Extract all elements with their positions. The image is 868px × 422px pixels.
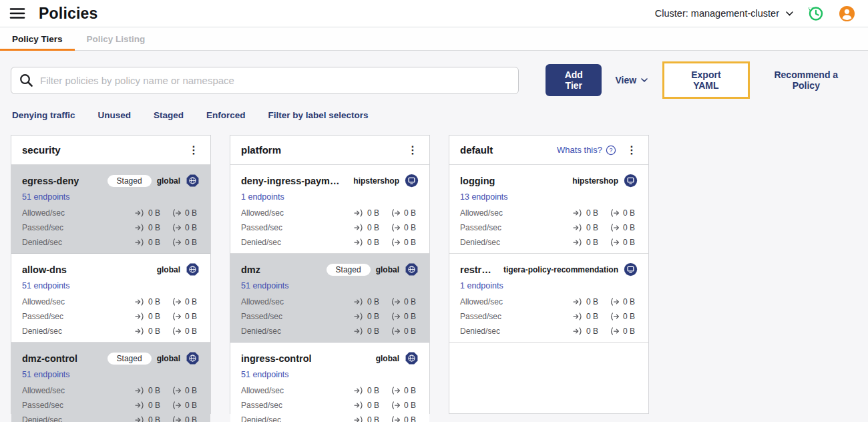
egress-stat: 0 B (610, 208, 638, 218)
cluster-selector[interactable]: Cluster: management-cluster (655, 8, 793, 19)
globe-octagon-icon (405, 351, 419, 365)
filter-staged[interactable]: Staged (154, 110, 184, 120)
egress-stat: 0 B (172, 415, 200, 422)
policy-card-dmz-control[interactable]: dmz-control Staged global 51 endpoints A… (11, 343, 210, 422)
policy-search-box[interactable] (11, 67, 519, 94)
ingress-arrow-icon (354, 312, 364, 321)
egress-value: 0 B (623, 208, 635, 218)
recommend-policy-button[interactable]: Recommend a Policy (756, 64, 856, 96)
egress-arrow-icon (172, 224, 182, 232)
metric-row: Denied/sec 0 B 0 B (22, 238, 200, 247)
ingress-stat: 0 B (135, 401, 163, 410)
globe-octagon-icon (186, 174, 200, 188)
ingress-value: 0 B (367, 415, 379, 422)
tier-kebab-menu-icon[interactable]: ⋮ (404, 144, 421, 157)
metric-row: Passed/sec 0 B 0 B (241, 401, 419, 410)
tier-name: security (22, 144, 61, 156)
egress-arrow-icon (172, 327, 182, 335)
egress-value: 0 B (185, 312, 197, 321)
egress-stat: 0 B (391, 415, 419, 422)
metric-label: Allowed/sec (241, 386, 284, 395)
egress-arrow-icon (172, 312, 182, 321)
egress-stat: 0 B (172, 327, 200, 336)
egress-value: 0 B (623, 238, 635, 247)
ingress-stat: 0 B (354, 327, 382, 336)
add-tier-button[interactable]: Add Tier (546, 64, 602, 96)
endpoints-link[interactable]: 1 endpoints (241, 192, 284, 202)
tab-policy-listing-label: Policy Listing (87, 34, 146, 44)
tab-policy-tiers[interactable]: Policy Tiers (0, 27, 75, 50)
metric-label: Allowed/sec (22, 386, 65, 395)
endpoints-link[interactable]: 51 endpoints (22, 192, 70, 202)
history-restore-icon[interactable] (807, 5, 825, 23)
policy-card-logging[interactable]: logging hipstershop 13 endpoints Allowed… (449, 165, 648, 254)
egress-stat: 0 B (610, 312, 638, 321)
ingress-arrow-icon (135, 298, 145, 306)
egress-arrow-icon (391, 209, 401, 217)
app-header: Policies Cluster: management-cluster (0, 0, 868, 27)
egress-stat: 0 B (172, 208, 200, 218)
ingress-value: 0 B (367, 312, 379, 321)
policy-metrics: Allowed/sec 0 B 0 B Passed/sec (241, 208, 419, 247)
whats-this-link[interactable]: Whats this? ? (557, 145, 616, 156)
metric-row: Denied/sec 0 B 0 B (460, 238, 638, 247)
metric-label: Denied/sec (22, 238, 62, 247)
egress-arrow-icon (610, 224, 620, 232)
user-avatar[interactable] (838, 5, 856, 23)
export-yaml-button[interactable]: Export YAML (679, 67, 732, 93)
egress-arrow-icon (391, 298, 401, 306)
chevron-down-icon (641, 78, 648, 82)
egress-value: 0 B (623, 297, 635, 306)
egress-value: 0 B (404, 297, 416, 306)
filter-denying-traffic[interactable]: Denying traffic (12, 110, 75, 120)
ingress-arrow-icon (354, 224, 364, 232)
metric-row: Passed/sec 0 B 0 B (241, 312, 419, 321)
tab-policy-listing[interactable]: Policy Listing (75, 27, 158, 50)
policy-card-deny-ingress-paymentservi[interactable]: deny-ingress-paymentservi… hipstershop 1… (230, 165, 429, 254)
endpoints-link[interactable]: 51 endpoints (241, 370, 289, 379)
endpoints-link[interactable]: 51 endpoints (241, 281, 289, 290)
policy-scope-label: global (157, 354, 180, 363)
endpoints-link[interactable]: 51 endpoints (22, 281, 70, 290)
globe-octagon-icon (186, 351, 200, 365)
ingress-arrow-icon (135, 327, 145, 335)
egress-value: 0 B (623, 312, 635, 321)
endpoints-link[interactable]: 51 endpoints (22, 370, 70, 379)
egress-arrow-icon (391, 327, 401, 335)
filter-unused[interactable]: Unused (98, 110, 132, 120)
search-icon (19, 73, 33, 87)
egress-arrow-icon (610, 209, 620, 217)
policy-card-allow-dns[interactable]: allow-dns global 51 endpoints Allowed/se… (11, 254, 210, 343)
egress-value: 0 B (185, 327, 197, 336)
hamburger-menu-icon[interactable] (9, 7, 27, 20)
policy-card-restricted[interactable]: restricted tigera-policy-recommendation … (449, 254, 648, 343)
filter-by-label-selectors[interactable]: Filter by label selectors (268, 110, 369, 120)
tier-header: platform ? ⋮ (230, 136, 429, 165)
policy-name: ingress-control (241, 353, 312, 364)
metric-label: Denied/sec (241, 238, 281, 247)
egress-value: 0 B (185, 223, 197, 232)
ingress-arrow-icon (354, 298, 364, 306)
policy-search-input[interactable] (40, 75, 510, 86)
egress-stat: 0 B (391, 401, 419, 410)
policy-card-dmz[interactable]: dmz Staged global 51 endpoints Allowed/s… (230, 254, 429, 343)
tier-kebab-menu-icon[interactable]: ⋮ (623, 144, 640, 157)
filter-enforced[interactable]: Enforced (206, 110, 246, 120)
endpoints-link[interactable]: 1 endpoints (460, 281, 503, 290)
metric-row: Allowed/sec 0 B 0 B (22, 208, 200, 218)
view-dropdown-button[interactable]: View (607, 69, 656, 91)
egress-value: 0 B (404, 223, 416, 232)
policy-card-ingress-control[interactable]: ingress-control global 51 endpoints Allo… (230, 343, 429, 422)
metric-label: Allowed/sec (460, 208, 503, 218)
tier-kebab-menu-icon[interactable]: ⋮ (185, 144, 202, 157)
egress-arrow-icon (172, 416, 182, 422)
policy-card-egress-deny[interactable]: egress-deny Staged global 51 endpoints A… (11, 165, 210, 254)
egress-arrow-icon (172, 298, 182, 306)
metric-row: Allowed/sec 0 B 0 B (22, 297, 200, 306)
policy-scope-label: tigera-policy-recommendation (503, 265, 618, 274)
endpoints-link[interactable]: 13 endpoints (460, 192, 508, 202)
egress-stat: 0 B (391, 238, 419, 247)
quick-filters: Denying traffic Unused Staged Enforced F… (0, 99, 868, 120)
egress-value: 0 B (404, 415, 416, 422)
egress-stat: 0 B (391, 386, 419, 395)
